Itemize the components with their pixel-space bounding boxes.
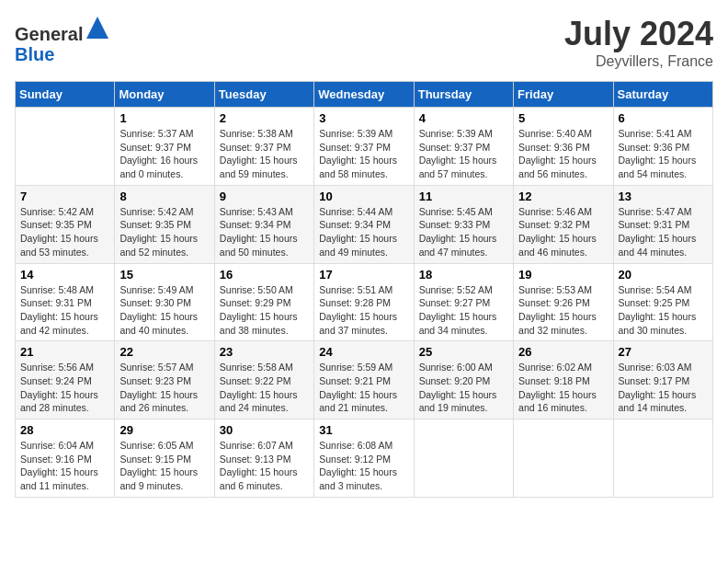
logo-icon — [85, 15, 110, 40]
calendar-cell: 11Sunrise: 5:45 AM Sunset: 9:33 PM Dayli… — [414, 185, 513, 263]
calendar-cell: 9Sunrise: 5:43 AM Sunset: 9:34 PM Daylig… — [214, 185, 313, 263]
logo-blue: Blue — [15, 44, 54, 64]
calendar-cell: 3Sunrise: 5:39 AM Sunset: 9:37 PM Daylig… — [314, 108, 414, 186]
day-info: Sunrise: 6:08 AM Sunset: 9:12 PM Dayligh… — [319, 439, 408, 493]
calendar-cell: 4Sunrise: 5:39 AM Sunset: 9:37 PM Daylig… — [414, 108, 513, 186]
logo-general: General — [15, 24, 83, 44]
day-info: Sunrise: 5:50 AM Sunset: 9:29 PM Dayligh… — [220, 283, 309, 338]
day-number: 30 — [220, 423, 309, 437]
day-info: Sunrise: 5:54 AM Sunset: 9:25 PM Dayligh… — [619, 283, 708, 338]
day-number: 9 — [220, 190, 309, 203]
day-info: Sunrise: 5:42 AM Sunset: 9:35 PM Dayligh… — [119, 205, 209, 259]
calendar-cell: 22Sunrise: 5:57 AM Sunset: 9:23 PM Dayli… — [115, 341, 214, 419]
calendar-cell: 16Sunrise: 5:50 AM Sunset: 9:29 PM Dayli… — [214, 263, 313, 341]
calendar-cell: 20Sunrise: 5:54 AM Sunset: 9:25 PM Dayli… — [613, 263, 712, 341]
calendar-cell: 19Sunrise: 5:53 AM Sunset: 9:26 PM Dayli… — [514, 263, 613, 341]
calendar-row: 14Sunrise: 5:48 AM Sunset: 9:31 PM Dayli… — [16, 263, 713, 341]
calendar-table: Sunday Monday Tuesday Wednesday Thursday… — [15, 81, 713, 498]
calendar-cell: 17Sunrise: 5:51 AM Sunset: 9:28 PM Dayli… — [314, 263, 414, 341]
calendar-cell — [613, 419, 712, 498]
day-info: Sunrise: 6:05 AM Sunset: 9:15 PM Dayligh… — [119, 439, 209, 493]
day-number: 2 — [220, 111, 309, 125]
day-info: Sunrise: 5:49 AM Sunset: 9:30 PM Dayligh… — [119, 283, 209, 338]
calendar-cell: 8Sunrise: 5:42 AM Sunset: 9:35 PM Daylig… — [115, 185, 214, 263]
day-number: 18 — [419, 268, 508, 282]
day-number: 4 — [419, 111, 508, 125]
calendar-cell: 5Sunrise: 5:40 AM Sunset: 9:36 PM Daylig… — [514, 108, 613, 186]
header-row: Sunday Monday Tuesday Wednesday Thursday… — [16, 82, 713, 108]
calendar-cell: 12Sunrise: 5:46 AM Sunset: 9:32 PM Dayli… — [514, 185, 613, 263]
day-info: Sunrise: 5:43 AM Sunset: 9:34 PM Dayligh… — [220, 205, 309, 259]
calendar-cell: 2Sunrise: 5:38 AM Sunset: 9:37 PM Daylig… — [214, 108, 313, 186]
location: Deyvillers, France — [564, 53, 713, 70]
day-number: 21 — [20, 345, 109, 359]
day-number: 16 — [220, 268, 309, 282]
svg-marker-0 — [86, 17, 108, 39]
calendar-cell: 21Sunrise: 5:56 AM Sunset: 9:24 PM Dayli… — [16, 341, 115, 419]
day-info: Sunrise: 5:58 AM Sunset: 9:22 PM Dayligh… — [220, 361, 309, 415]
calendar-cell: 31Sunrise: 6:08 AM Sunset: 9:12 PM Dayli… — [314, 419, 414, 498]
day-number: 31 — [319, 423, 408, 437]
day-info: Sunrise: 5:57 AM Sunset: 9:23 PM Dayligh… — [119, 361, 209, 415]
day-info: Sunrise: 5:39 AM Sunset: 9:37 PM Dayligh… — [319, 127, 408, 181]
day-number: 15 — [119, 268, 209, 282]
day-info: Sunrise: 6:04 AM Sunset: 9:16 PM Dayligh… — [20, 439, 109, 493]
day-number: 29 — [119, 423, 209, 437]
calendar-cell: 24Sunrise: 5:59 AM Sunset: 9:21 PM Dayli… — [314, 341, 414, 419]
day-number: 13 — [619, 190, 708, 203]
calendar-cell: 27Sunrise: 6:03 AM Sunset: 9:17 PM Dayli… — [613, 341, 712, 419]
day-info: Sunrise: 5:53 AM Sunset: 9:26 PM Dayligh… — [518, 283, 608, 338]
title-block: July 2024 Deyvillers, France — [564, 15, 713, 70]
day-number: 19 — [518, 268, 608, 282]
day-number: 25 — [419, 345, 508, 359]
col-sunday: Sunday — [16, 82, 115, 108]
calendar-cell: 25Sunrise: 6:00 AM Sunset: 9:20 PM Dayli… — [414, 341, 513, 419]
calendar-cell: 30Sunrise: 6:07 AM Sunset: 9:13 PM Dayli… — [214, 419, 313, 498]
calendar-cell: 26Sunrise: 6:02 AM Sunset: 9:18 PM Dayli… — [514, 341, 613, 419]
calendar-row: 21Sunrise: 5:56 AM Sunset: 9:24 PM Dayli… — [16, 341, 713, 419]
day-number: 3 — [319, 111, 408, 125]
col-tuesday: Tuesday — [214, 82, 313, 108]
calendar-cell: 7Sunrise: 5:42 AM Sunset: 9:35 PM Daylig… — [16, 185, 115, 263]
day-info: Sunrise: 5:39 AM Sunset: 9:37 PM Dayligh… — [419, 127, 508, 181]
day-number: 27 — [619, 345, 708, 359]
page-header: General Blue July 2024 Deyvillers, Franc… — [15, 15, 713, 70]
calendar-cell: 18Sunrise: 5:52 AM Sunset: 9:27 PM Dayli… — [414, 263, 513, 341]
day-number: 8 — [119, 190, 209, 203]
calendar-cell: 1Sunrise: 5:37 AM Sunset: 9:37 PM Daylig… — [115, 108, 214, 186]
calendar-cell: 15Sunrise: 5:49 AM Sunset: 9:30 PM Dayli… — [115, 263, 214, 341]
calendar-row: 28Sunrise: 6:04 AM Sunset: 9:16 PM Dayli… — [16, 419, 713, 498]
day-info: Sunrise: 5:38 AM Sunset: 9:37 PM Dayligh… — [220, 127, 309, 181]
col-monday: Monday — [115, 82, 214, 108]
calendar-cell: 13Sunrise: 5:47 AM Sunset: 9:31 PM Dayli… — [613, 185, 712, 263]
day-info: Sunrise: 5:44 AM Sunset: 9:34 PM Dayligh… — [319, 205, 408, 259]
day-number: 6 — [619, 111, 708, 125]
calendar-cell: 14Sunrise: 5:48 AM Sunset: 9:31 PM Dayli… — [16, 263, 115, 341]
day-info: Sunrise: 5:56 AM Sunset: 9:24 PM Dayligh… — [20, 361, 109, 415]
day-number: 10 — [319, 190, 408, 203]
calendar-cell: 10Sunrise: 5:44 AM Sunset: 9:34 PM Dayli… — [314, 185, 414, 263]
day-number: 7 — [20, 190, 109, 203]
day-info: Sunrise: 6:07 AM Sunset: 9:13 PM Dayligh… — [220, 439, 309, 493]
day-number: 22 — [119, 345, 209, 359]
day-info: Sunrise: 5:37 AM Sunset: 9:37 PM Dayligh… — [119, 127, 209, 181]
col-wednesday: Wednesday — [314, 82, 414, 108]
day-number: 1 — [119, 111, 209, 125]
calendar-cell: 29Sunrise: 6:05 AM Sunset: 9:15 PM Dayli… — [115, 419, 214, 498]
calendar-row: 1Sunrise: 5:37 AM Sunset: 9:37 PM Daylig… — [16, 108, 713, 186]
day-info: Sunrise: 5:51 AM Sunset: 9:28 PM Dayligh… — [319, 283, 408, 338]
day-info: Sunrise: 5:45 AM Sunset: 9:33 PM Dayligh… — [419, 205, 508, 259]
day-info: Sunrise: 5:42 AM Sunset: 9:35 PM Dayligh… — [20, 205, 109, 259]
calendar-cell — [514, 419, 613, 498]
month-title: July 2024 — [564, 15, 713, 53]
day-info: Sunrise: 6:02 AM Sunset: 9:18 PM Dayligh… — [518, 361, 608, 415]
day-info: Sunrise: 5:59 AM Sunset: 9:21 PM Dayligh… — [319, 361, 408, 415]
calendar-cell — [16, 108, 115, 186]
day-info: Sunrise: 5:47 AM Sunset: 9:31 PM Dayligh… — [619, 205, 708, 259]
calendar-row: 7Sunrise: 5:42 AM Sunset: 9:35 PM Daylig… — [16, 185, 713, 263]
day-number: 26 — [518, 345, 608, 359]
day-info: Sunrise: 5:52 AM Sunset: 9:27 PM Dayligh… — [419, 283, 508, 338]
calendar-cell: 23Sunrise: 5:58 AM Sunset: 9:22 PM Dayli… — [214, 341, 313, 419]
col-saturday: Saturday — [613, 82, 712, 108]
day-number: 14 — [20, 268, 109, 282]
